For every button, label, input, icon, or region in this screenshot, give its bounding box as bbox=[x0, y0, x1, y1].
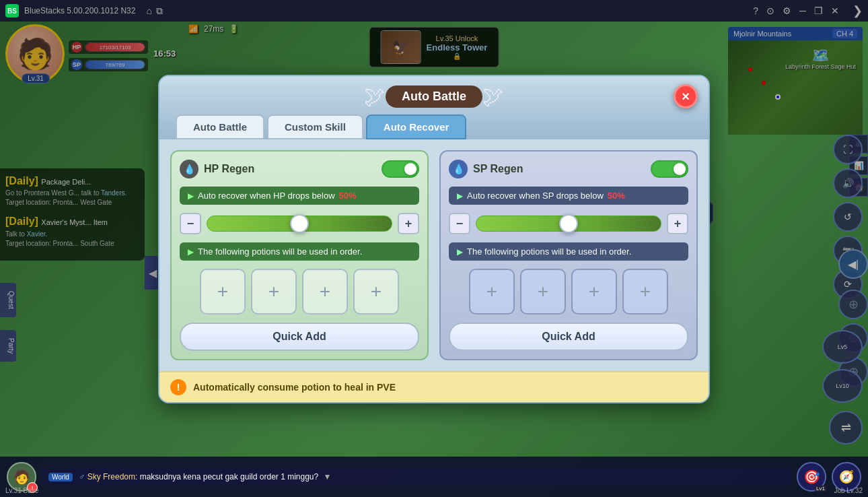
auto-battle-dialog: 🕊 Auto Battle 🕊 × Auto Battle Custom Ski… bbox=[158, 75, 710, 403]
restore-icon[interactable]: ❐ bbox=[814, 5, 823, 16]
wing-right-icon: 🕊 bbox=[482, 84, 504, 109]
tab-custom-skill[interactable]: Custom Skill bbox=[267, 114, 363, 139]
sp-regen-icon: 💧 bbox=[449, 160, 468, 178]
footer-text: Automatically consume potion to heal in … bbox=[193, 382, 396, 393]
hp-auto-recover-text: ▶ Auto recover when HP drops below 50% bbox=[180, 187, 419, 205]
dialog-overlay: 🕊 Auto Battle 🕊 × Auto Battle Custom Ski… bbox=[0, 22, 868, 457]
search-icon[interactable]: ⊙ bbox=[766, 5, 774, 16]
hp-regen-title: 💧 HP Regen bbox=[180, 160, 254, 178]
dialog-header: 🕊 Auto Battle 🕊 × bbox=[159, 76, 709, 109]
lv1-badge: Lv1 bbox=[815, 486, 826, 492]
chat-message: maksudnya kena pecut gak guild order 1 m… bbox=[140, 472, 319, 482]
target-icon: 🎯 bbox=[803, 469, 820, 485]
tab-auto-battle[interactable]: Auto Battle bbox=[176, 114, 264, 139]
sp-slider-row: − + bbox=[449, 213, 688, 234]
hp-potion-slot-1[interactable]: + bbox=[200, 269, 246, 314]
hp-potions-play-icon: ▶ bbox=[188, 247, 194, 257]
job-level: Job Lv.32 bbox=[834, 487, 863, 494]
hp-potion-slot-2[interactable]: + bbox=[251, 269, 297, 314]
help-icon[interactable]: ? bbox=[753, 5, 758, 16]
hp-slider-minus[interactable]: − bbox=[180, 213, 201, 234]
sp-toggle[interactable] bbox=[651, 160, 688, 178]
sidebar-toggle-icon[interactable]: ❯ bbox=[853, 3, 863, 18]
dialog-tabs: Auto Battle Custom Skill Auto Recover bbox=[159, 109, 709, 139]
sp-potion-slot-4[interactable]: + bbox=[622, 269, 668, 314]
titlebar: BS BlueStacks 5.00.200.1012 N32 ⌂ ⧉ ? ⊙ … bbox=[0, 0, 868, 22]
hp-potion-slot-3[interactable]: + bbox=[302, 269, 348, 314]
hp-slider-track[interactable] bbox=[207, 216, 392, 232]
multiinstance-icon[interactable]: ⧉ bbox=[156, 5, 163, 17]
tab-auto-recover[interactable]: Auto Recover bbox=[366, 114, 467, 139]
sp-regen-header: 💧 SP Regen bbox=[449, 160, 688, 178]
hp-regen-icon: 💧 bbox=[180, 160, 198, 178]
minimize-icon[interactable]: ─ bbox=[799, 5, 806, 16]
sp-potion-slot-2[interactable]: + bbox=[520, 269, 566, 314]
sp-regen-panel: 💧 SP Regen ▶ Auto recover when SP drops … bbox=[439, 150, 698, 360]
sp-slider-plus[interactable]: + bbox=[667, 213, 688, 234]
hp-regen-panel: 💧 HP Regen ▶ Auto recover when HP drops … bbox=[170, 150, 429, 360]
dialog-title: Auto Battle bbox=[386, 86, 482, 108]
dialog-footer: ! Automatically consume potion to heal i… bbox=[159, 371, 709, 402]
sp-threshold: 50% bbox=[608, 191, 625, 201]
hp-toggle[interactable] bbox=[382, 160, 419, 178]
hp-potion-slot-4[interactable]: + bbox=[353, 269, 399, 314]
hp-regen-header: 💧 HP Regen bbox=[180, 160, 419, 178]
base-level: Lv.31 Base bbox=[5, 487, 38, 494]
footer-info-icon: ! bbox=[170, 379, 186, 395]
sp-potions-text: ▶ The following potions will be used in … bbox=[449, 242, 688, 261]
home-icon[interactable]: ⌂ bbox=[146, 5, 151, 17]
hp-play-icon: ▶ bbox=[188, 191, 194, 201]
hp-potion-slots: + + + + bbox=[180, 269, 419, 314]
hp-slider-plus[interactable]: + bbox=[398, 213, 419, 234]
sp-toggle-knob bbox=[674, 163, 686, 175]
target-btn[interactable]: 🎯 Lv1 bbox=[797, 462, 826, 492]
sp-auto-recover-text: ▶ Auto recover when SP drops below 50% bbox=[449, 187, 688, 205]
sp-slider-thumb[interactable] bbox=[559, 214, 578, 233]
sp-slider-minus[interactable]: − bbox=[449, 213, 470, 234]
sp-potions-play-icon: ▶ bbox=[457, 247, 463, 257]
chat-area[interactable]: World ♂ Sky Freedom: maksudnya kena pecu… bbox=[42, 468, 791, 486]
sp-slider-track[interactable] bbox=[476, 216, 661, 232]
app-icon: BS bbox=[5, 4, 19, 18]
hp-quick-add-button[interactable]: Quick Add bbox=[180, 323, 419, 351]
chat-gender-icon: ♂ bbox=[79, 472, 85, 482]
close-icon[interactable]: ✕ bbox=[831, 5, 839, 16]
compass-icon: 🧭 bbox=[839, 469, 854, 484]
chat-player-name: Sky Freedom: bbox=[87, 472, 138, 482]
hp-toggle-knob bbox=[404, 163, 417, 175]
close-button[interactable]: × bbox=[674, 84, 698, 108]
sp-play-icon: ▶ bbox=[457, 191, 463, 201]
sp-potion-slot-3[interactable]: + bbox=[571, 269, 617, 314]
hp-potions-text: ▶ The following potions will be used in … bbox=[180, 242, 419, 261]
sp-potion-slot-1[interactable]: + bbox=[469, 269, 515, 314]
sp-potion-slots: + + + + bbox=[449, 269, 688, 314]
sp-quick-add-button[interactable]: Quick Add bbox=[449, 323, 688, 351]
bottom-bar: 🧑 ! World ♂ Sky Freedom: maksudnya kena … bbox=[0, 457, 868, 497]
hp-slider-thumb[interactable] bbox=[290, 214, 309, 233]
settings-icon[interactable]: ⚙ bbox=[783, 5, 791, 16]
app-title: BlueStacks 5.00.200.1012 N32 bbox=[24, 6, 135, 15]
chat-expand-icon[interactable]: ▼ bbox=[324, 472, 332, 482]
hp-slider-row: − + bbox=[180, 213, 419, 234]
hp-threshold: 50% bbox=[339, 191, 357, 201]
chat-channel-badge: World bbox=[48, 473, 73, 482]
sp-regen-title: 💧 SP Regen bbox=[449, 160, 523, 178]
dialog-body: 💧 HP Regen ▶ Auto recover when HP drops … bbox=[159, 139, 709, 371]
wing-left-icon: 🕊 bbox=[364, 84, 386, 109]
